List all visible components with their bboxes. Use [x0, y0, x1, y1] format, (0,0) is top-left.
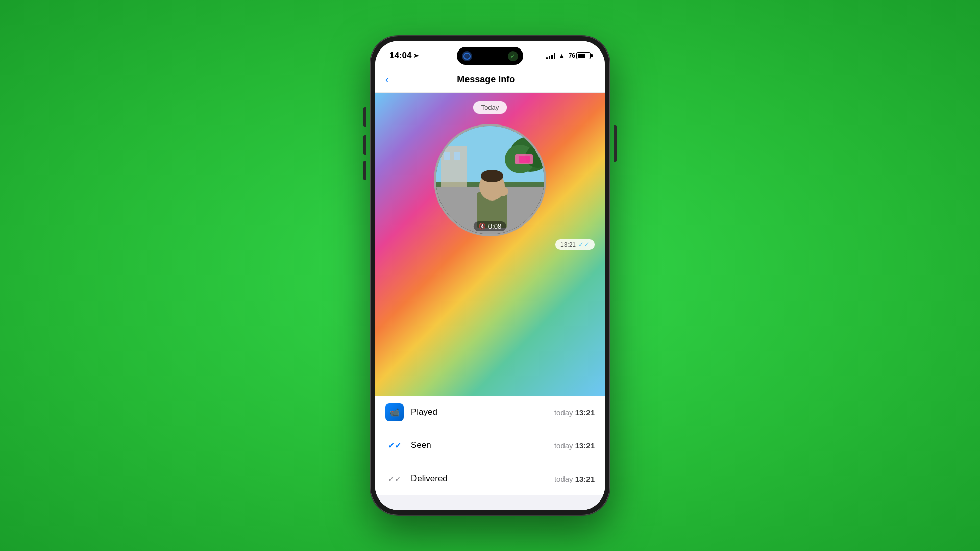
status-time: 14:04 ➤ — [389, 51, 419, 61]
played-time: today 13:21 — [554, 408, 595, 417]
svg-rect-13 — [519, 156, 530, 163]
status-right-icons: ▲ 76 — [546, 52, 591, 60]
video-bg-svg — [436, 126, 546, 236]
seen-checkmark-icon: ✓✓ — [388, 441, 401, 450]
played-icon: 📹 — [385, 403, 404, 421]
phone-frame: 14:04 ➤ ✓ ▲ 76 — [370, 36, 610, 515]
nav-bar: ‹ Message Info — [375, 67, 605, 93]
di-right-check: ✓ — [508, 51, 518, 61]
wifi-icon: ▲ — [558, 52, 566, 60]
footer-area — [375, 495, 605, 510]
delivered-time-value: 13:21 — [575, 474, 595, 483]
bar3 — [551, 55, 553, 59]
location-arrow-icon: ➤ — [413, 52, 419, 59]
info-list: 📹 Played today 13:21 ✓✓ Seen today — [375, 396, 605, 510]
battery-icon: 76 — [569, 52, 591, 59]
chat-area: Today — [375, 93, 605, 396]
svg-point-10 — [481, 170, 503, 182]
page-title: Message Info — [393, 74, 579, 85]
played-label: Played — [411, 407, 554, 417]
video-duration-overlay: 🔇 0:08 — [474, 221, 506, 231]
timestamp-row: 13:21 ✓✓ — [375, 239, 605, 250]
video-camera-icon: 📹 — [389, 408, 400, 417]
bar2 — [549, 56, 550, 59]
seen-time-value: 13:21 — [575, 441, 595, 450]
delivered-time-prefix: today — [554, 474, 573, 483]
seen-label: Seen — [411, 440, 554, 450]
video-message[interactable]: 🔇 0:08 — [434, 124, 546, 236]
battery-tip — [591, 54, 593, 57]
info-section: 📹 Played today 13:21 ✓✓ Seen today — [375, 396, 605, 495]
seen-row: ✓✓ Seen today 13:21 — [375, 429, 605, 462]
read-receipt-icon: ✓✓ — [578, 241, 590, 248]
played-time-value: 13:21 — [575, 408, 595, 417]
timestamp-value: 13:21 — [560, 241, 576, 248]
video-circle — [434, 124, 546, 236]
back-button[interactable]: ‹ — [385, 71, 393, 87]
battery-fill — [578, 54, 585, 58]
played-row: 📹 Played today 13:21 — [375, 396, 605, 429]
date-badge: Today — [473, 101, 507, 114]
dynamic-island: ✓ — [457, 47, 523, 65]
video-frame — [436, 126, 544, 234]
di-left-camera — [462, 51, 472, 61]
svg-rect-6 — [454, 152, 460, 160]
status-bar: 14:04 ➤ ✓ ▲ 76 — [375, 41, 605, 67]
seen-icon-container: ✓✓ — [385, 436, 404, 455]
bar1 — [546, 57, 548, 59]
video-duration: 0:08 — [488, 222, 501, 230]
bar4 — [554, 53, 555, 59]
delivered-label: Delivered — [411, 473, 554, 484]
phone-screen: 14:04 ➤ ✓ ▲ 76 — [375, 41, 605, 510]
mute-icon: 🔇 — [479, 223, 486, 230]
di-ring — [463, 53, 471, 60]
delivered-row: ✓✓ Delivered today 13:21 — [375, 462, 605, 495]
svg-point-11 — [496, 186, 508, 196]
seen-time-prefix: today — [554, 441, 573, 450]
battery-box — [576, 52, 591, 59]
battery-percent: 76 — [569, 52, 575, 59]
delivered-checkmark-icon: ✓✓ — [388, 474, 401, 484]
seen-time: today 13:21 — [554, 441, 595, 450]
svg-rect-5 — [444, 152, 450, 160]
time-display: 14:04 — [389, 51, 411, 61]
message-timestamp: 13:21 ✓✓ — [555, 239, 595, 250]
delivered-icon-container: ✓✓ — [385, 469, 404, 488]
signal-icon — [546, 52, 555, 59]
played-time-prefix: today — [554, 408, 573, 417]
delivered-time: today 13:21 — [554, 474, 595, 483]
